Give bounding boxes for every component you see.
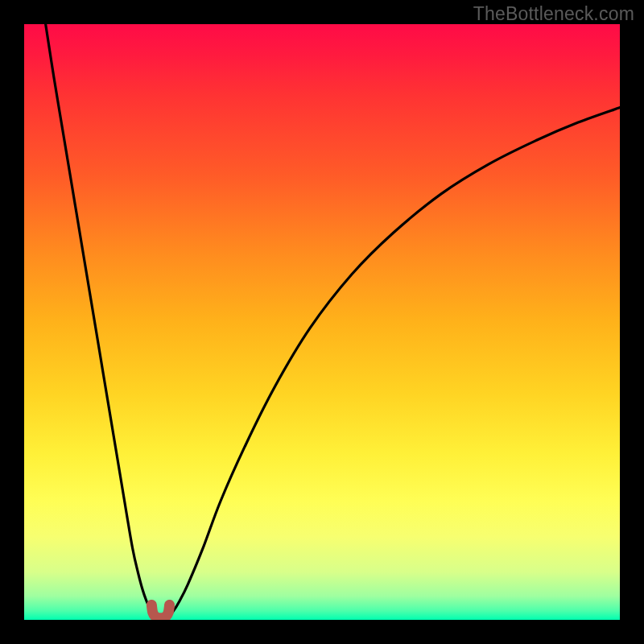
left-branch-curve [46,24,155,617]
right-branch-curve [168,108,620,617]
chart-frame: TheBottleneck.com [0,0,644,644]
plot-area [24,24,620,620]
minimum-marker [151,605,169,618]
curve-layer [24,24,620,620]
watermark-text: TheBottleneck.com [473,3,634,25]
